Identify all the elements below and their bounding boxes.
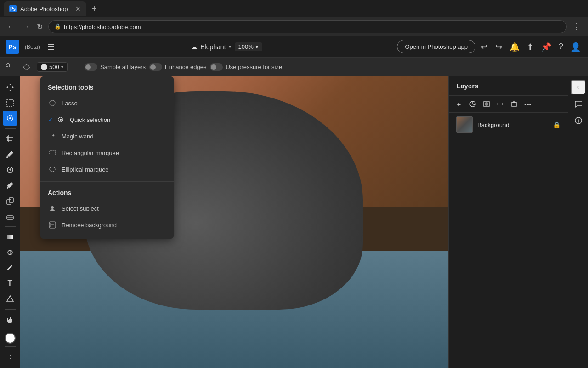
url-text: https://photoshop.adobe.com: [64, 23, 141, 30]
crop-tool[interactable]: [3, 132, 17, 146]
brush-size-control[interactable]: 500 ▾: [37, 62, 68, 72]
sample-all-layers-toggle[interactable]: [85, 63, 97, 71]
svg-point-16: [60, 119, 62, 121]
enhance-edges-label: Enhance edges: [165, 63, 206, 70]
healing-brush-tool[interactable]: [3, 163, 17, 178]
zoom-chevron-icon: ▾: [255, 43, 259, 50]
dodge-burn-tool[interactable]: [3, 245, 17, 260]
quick-selection-label: Quick selection: [70, 116, 110, 123]
svg-point-5: [6, 156, 8, 158]
forward-button[interactable]: →: [20, 21, 31, 33]
rectangular-marquee-label: Rectangular marquee: [62, 150, 119, 156]
remove-background-icon: [48, 220, 57, 230]
move-tool[interactable]: [3, 80, 17, 95]
divider-3: [5, 309, 16, 310]
new-tab-button[interactable]: +: [88, 2, 101, 16]
background-layer[interactable]: Background 🔒: [449, 113, 568, 137]
quick-selection-item[interactable]: ✓ Quick selection: [40, 111, 174, 128]
svg-point-4: [9, 117, 11, 119]
zoom-control[interactable]: 100% ▾: [235, 42, 262, 51]
refresh-button[interactable]: ↻: [35, 21, 45, 33]
more-options-button[interactable]: ...: [71, 61, 81, 73]
notifications-button[interactable]: 🔔: [508, 40, 521, 54]
selection-tool-btn[interactable]: [4, 62, 17, 73]
mask-button[interactable]: [480, 98, 493, 110]
canvas-area: Selection tools Lasso ✓ Quick selection: [20, 76, 448, 368]
titlebar-right: Open in Photoshop app ↩ ↪ 🔔 ⬆ 📌 ? 👤: [397, 40, 582, 54]
ps-logo: Ps: [6, 40, 19, 54]
select-subject-item[interactable]: Select subject: [40, 200, 174, 217]
foreground-color-swatch[interactable]: [5, 333, 16, 344]
type-tool[interactable]: T: [3, 276, 17, 291]
account-button[interactable]: 👤: [569, 40, 582, 54]
quick-selection-tool[interactable]: [3, 111, 17, 126]
active-tab[interactable]: Ps Adobe Photoshop ✕: [4, 1, 86, 16]
svg-rect-17: [50, 150, 55, 155]
hamburger-menu-button[interactable]: ☰: [45, 40, 57, 54]
file-name-control[interactable]: ☁ Elephant ▾: [191, 43, 231, 51]
app-titlebar: Ps (Beta) ☰ ☁ Elephant ▾ 100% ▾ Open in …: [0, 36, 588, 58]
divider-2: [5, 226, 16, 227]
toolbar: 500 ▾ ... Sample all layers Enhance edge…: [0, 58, 588, 76]
elliptical-tool-btn[interactable]: [20, 62, 33, 73]
magic-wand-icon: [48, 132, 57, 141]
lasso-label: Lasso: [62, 100, 78, 107]
layer-thumb-inner: [457, 117, 472, 132]
clone-stamp-tool[interactable]: [3, 194, 17, 208]
enhance-edges-toggle[interactable]: [149, 63, 162, 71]
shape-tool[interactable]: [3, 292, 17, 306]
elliptical-marquee-label: Elliptical marquee: [62, 166, 109, 173]
help-button[interactable]: ?: [557, 40, 565, 53]
address-bar[interactable]: 🔒 https://photoshop.adobe.com: [48, 20, 567, 33]
layers-panel: Layers + •••: [448, 76, 568, 368]
browser-menu-button[interactable]: ⋮: [571, 20, 582, 34]
link-layers-button[interactable]: [494, 98, 507, 110]
brush-tool[interactable]: [3, 178, 17, 193]
add-layer-button[interactable]: +: [452, 98, 465, 110]
bookmark-button[interactable]: 📌: [539, 40, 553, 54]
lasso-tool-item[interactable]: Lasso: [40, 95, 174, 111]
svg-marker-12: [7, 296, 13, 301]
tab-close-button[interactable]: ✕: [75, 5, 81, 12]
actions-section-title: Actions: [40, 185, 174, 200]
info-icon[interactable]: [571, 113, 586, 128]
gradient-tool[interactable]: [3, 230, 17, 244]
back-button[interactable]: ←: [6, 21, 17, 33]
chat-icon[interactable]: [571, 97, 586, 111]
tab-title: Adobe Photoshop: [20, 6, 68, 12]
selection-tools-dropdown: Selection tools Lasso ✓ Quick selection: [40, 76, 174, 239]
eyedropper-tool[interactable]: [3, 147, 17, 162]
brush-dot-icon: [41, 64, 47, 70]
remove-background-item[interactable]: Remove background: [40, 217, 174, 233]
open-in-app-button[interactable]: Open in Photoshop app: [397, 40, 475, 53]
eraser-tool[interactable]: [3, 209, 17, 224]
tab-favicon: Ps: [9, 5, 17, 12]
sample-all-layers-control: Sample all layers: [85, 63, 146, 71]
file-name-text: Elephant: [200, 43, 226, 51]
use-pressure-label: Use pressure for size: [226, 63, 282, 70]
divider-1: [5, 128, 16, 129]
delete-layer-button[interactable]: [508, 98, 520, 110]
use-pressure-toggle[interactable]: [210, 63, 223, 71]
expand-panel-button[interactable]: [571, 80, 586, 95]
selection-marquee-tool[interactable]: [3, 96, 17, 110]
enhance-edges-control: Enhance edges: [149, 63, 206, 71]
lock-icon: 🔒: [54, 23, 61, 30]
extra-tool[interactable]: [3, 350, 17, 364]
brush-size-value: 500: [49, 63, 59, 70]
adjustment-layer-button[interactable]: [466, 98, 479, 110]
rectangular-marquee-item[interactable]: Rectangular marquee: [40, 144, 174, 161]
elliptical-marquee-item[interactable]: Elliptical marquee: [40, 161, 174, 178]
main-area: T: [0, 76, 588, 368]
hand-tool[interactable]: [3, 312, 17, 327]
rectangular-marquee-icon: [48, 148, 57, 157]
redo-button[interactable]: ↪: [493, 40, 504, 54]
pen-tool[interactable]: [3, 261, 17, 276]
lasso-icon: [48, 98, 57, 108]
share-button[interactable]: ⬆: [525, 40, 536, 54]
layer-thumbnail: [456, 116, 473, 133]
layer-options-button[interactable]: •••: [521, 98, 534, 110]
cloud-icon: ☁: [191, 43, 198, 51]
undo-button[interactable]: ↩: [479, 40, 490, 54]
magic-wand-item[interactable]: Magic wand: [40, 128, 174, 144]
